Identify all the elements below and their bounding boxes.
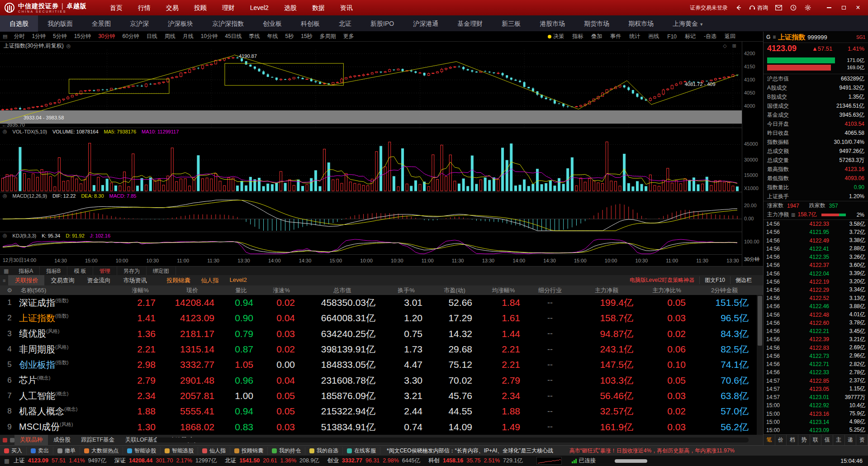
table-row[interactable]: 2上证指数(指数)1.414123.090.900.04664008.31亿1.… <box>0 310 763 326</box>
panel-tab-3[interactable]: 市场资讯 <box>117 275 153 285</box>
period-item-13[interactable]: 5秒 <box>282 33 298 40</box>
table-header-8[interactable]: 均涨幅% <box>479 286 527 295</box>
nav-tab-1[interactable]: 我的版面 <box>38 15 82 32</box>
gray-marker-icon[interactable] <box>10 438 14 442</box>
status-action-4[interactable]: 智能诊股 <box>123 447 161 455</box>
titlebar-menu-item-6[interactable]: 选股 <box>276 0 304 15</box>
period-item-0[interactable]: 分时 <box>10 33 28 40</box>
table-header-5[interactable]: 总市值 <box>302 286 383 295</box>
panel-tab-1[interactable]: 交易查询 <box>44 275 81 285</box>
table-header-3[interactable]: 量比 <box>222 286 261 295</box>
table-row[interactable]: 7人工智能(概念)2.342057.811.000.05185876.09亿3.… <box>0 388 763 404</box>
tick-row[interactable]: 15:004123.144.98亿 <box>764 418 868 426</box>
nav-tab-3[interactable]: 京沪深 <box>120 15 158 32</box>
tick-row[interactable]: 15:004123.095.25亿 <box>764 426 868 434</box>
scrollbar-thumb[interactable] <box>758 296 762 346</box>
status-action-2[interactable]: 撤单 <box>53 447 80 455</box>
titlebar-menu-item-7[interactable]: 数据 <box>304 0 332 15</box>
tick-row[interactable]: 14:564122.832.69亿 <box>764 344 868 352</box>
chart-tool-9[interactable]: 返回 <box>721 33 740 40</box>
minimize-button[interactable] <box>822 0 836 15</box>
chart-tool-7[interactable]: 标记 <box>681 33 700 40</box>
nav-tab-5[interactable]: 京沪深指数 <box>203 15 253 32</box>
table-horizontal-scrollbar[interactable] <box>156 437 749 442</box>
period-item-10[interactable]: 45日线 <box>221 33 245 40</box>
table-row[interactable]: 1深证成指(指数)2.1714208.440.940.02458350.03亿3… <box>0 295 763 310</box>
tick-row[interactable]: 14:564122.353.26亿 <box>764 253 868 261</box>
panel-right-link-2[interactable]: 侧边栏 <box>730 276 757 284</box>
titlebar-menu-item-3[interactable]: 投顾 <box>186 0 214 15</box>
panel-tab-2[interactable]: 资金流向 <box>81 275 117 285</box>
table-row[interactable]: 3绩优股(风格)1.362181.170.790.03634240.25亿0.7… <box>0 326 763 342</box>
status-action-9[interactable]: 我的自选 <box>305 447 343 455</box>
sidebar-view-tab-1[interactable]: 价 <box>775 435 787 445</box>
chart-tool-3[interactable]: 事件 <box>606 33 625 40</box>
volume-chart[interactable] <box>0 135 742 192</box>
nav-tab-2[interactable]: 全景图 <box>82 15 120 32</box>
period-item-5[interactable]: 60分钟 <box>119 33 143 40</box>
table-header-6[interactable]: 换手% <box>383 286 430 295</box>
macd-chart[interactable] <box>0 199 742 232</box>
sidebar-view-tab-3[interactable]: 势 <box>798 435 810 445</box>
status-action-0[interactable]: 买入 <box>0 447 27 455</box>
grid-icon[interactable]: ▦ <box>0 457 14 464</box>
sidebar-view-tab-0[interactable]: 笔 <box>764 435 775 445</box>
panel-bottom-tab-1[interactable]: 成份股 <box>48 435 76 445</box>
mail-icon[interactable] <box>775 4 783 12</box>
nav-tab-16[interactable]: 上海黄金▼ <box>663 15 713 32</box>
tick-row[interactable]: 14:574123.0139777万 <box>764 393 868 401</box>
tick-row[interactable]: 14:564122.523.13亿 <box>764 294 868 302</box>
news-ticker-left[interactable]: *阅文CEO侯晓楠发内部信：“长青内容、IP+AI、全球化”是三大核心战 <box>387 447 553 455</box>
tick-row[interactable]: 14:564122.193.20亿 <box>764 278 868 286</box>
nav-tab-9[interactable]: 新股IPO <box>361 15 403 32</box>
chart-tool-8[interactable]: -自选 <box>700 33 721 40</box>
window-split-icon[interactable]: ⊞ <box>732 43 736 49</box>
kdj-chart[interactable] <box>0 239 742 254</box>
nav-tab-12[interactable]: 新三板 <box>492 15 530 32</box>
sidebar-view-tab-7[interactable]: 递 <box>845 435 857 445</box>
progress-pill[interactable] <box>615 459 647 463</box>
status-action-8[interactable]: 我的持仓 <box>268 447 305 455</box>
period-item-7[interactable]: 周线 <box>161 33 179 40</box>
tick-row[interactable]: 14:564121.953.72亿 <box>764 228 868 236</box>
nav-tab-0[interactable]: 自选股 <box>0 15 38 32</box>
stock-name[interactable]: 机器人概念(概念) <box>19 405 118 418</box>
nav-tab-6[interactable]: 创业板 <box>253 15 291 32</box>
history-clock-icon[interactable] <box>789 4 797 12</box>
tick-row[interactable]: 14:564122.732.96亿 <box>764 352 868 360</box>
chart-tool-0[interactable]: 决策 <box>544 33 568 40</box>
nav-tab-14[interactable]: 期货市场 <box>574 15 619 32</box>
nav-tab-11[interactable]: 基金理财 <box>448 15 492 32</box>
panel-bottom-tab-2[interactable]: 跟踪ETF基金 <box>76 435 120 445</box>
stock-name[interactable]: MSCI成份(风格) <box>19 421 118 433</box>
chart-tool-2[interactable]: 叠加 <box>587 33 606 40</box>
collapse-icon[interactable]: ◎ <box>3 233 7 238</box>
index-quote-0[interactable]: 上证4123.0957.511.41%9497亿 <box>14 457 106 465</box>
tick-row[interactable]: 14:574123.051.15亿 <box>764 385 868 393</box>
collapse-icon[interactable]: ◎ <box>3 193 7 199</box>
period-item-12[interactable]: 年线 <box>264 33 282 40</box>
stock-name[interactable]: 非周期股(风格) <box>19 343 118 356</box>
tick-row[interactable]: 14:564122.712.82亿 <box>764 360 868 368</box>
table-row[interactable]: 8机器人概念(概念)1.885555.410.940.05215322.94亿2… <box>0 404 763 419</box>
gear-icon[interactable]: ⚙ <box>0 287 19 294</box>
chart-tool-1[interactable]: 指标 <box>568 33 587 40</box>
tick-row[interactable]: 14:564122.412.88亿 <box>764 245 868 253</box>
panel-quick-tab-1[interactable]: 仙人指 <box>195 276 224 285</box>
table-header-9[interactable]: 细分行业 <box>527 286 573 295</box>
table-header-11[interactable]: 主力净比% <box>640 286 693 295</box>
sidebar-view-tab-4[interactable]: 联 <box>810 435 822 445</box>
tick-row[interactable]: 14:564122.603.78亿 <box>764 319 868 327</box>
indicator-template-0[interactable]: 指标A <box>12 266 40 276</box>
sidebar-view-tab-8[interactable]: 资 <box>856 435 868 445</box>
period-item-16[interactable]: 更多 <box>340 33 358 40</box>
status-action-5[interactable]: 智能选股 <box>161 447 198 455</box>
nav-tab-4[interactable]: 沪深板块 <box>158 15 203 32</box>
collapse-icon[interactable]: ◎ <box>3 128 7 134</box>
panel-bottom-tab-0[interactable]: 关联品种 <box>14 435 48 445</box>
index-quote-1[interactable]: 深证14208.44301.702.17%12997亿 <box>114 457 217 465</box>
candlestick-chart[interactable]: 4190.874081.72 - 4093933.04 - 3983.58←39… <box>0 50 742 128</box>
tick-row[interactable]: 14:564122.043.39亿 <box>764 269 868 277</box>
period-item-14[interactable]: 15秒 <box>297 33 316 40</box>
nav-tab-8[interactable]: 北证 <box>329 15 361 32</box>
